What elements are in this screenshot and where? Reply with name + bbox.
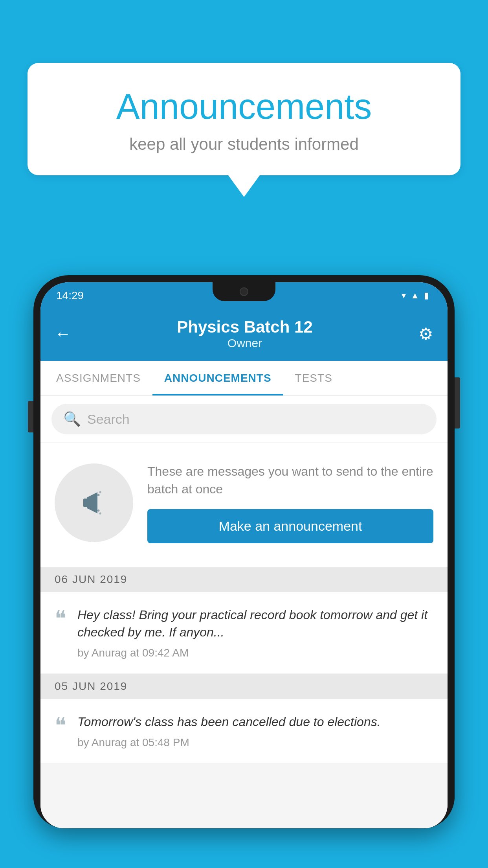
announcement-message-2: Tomorrow's class has been cancelled due … <box>77 713 433 731</box>
phone-outer-shell: 14:29 ▾ ▲ ▮ ← Physics Batch 12 Owner ⚙ <box>33 275 455 828</box>
svg-rect-1 <box>83 498 88 507</box>
svg-marker-0 <box>87 492 97 513</box>
date-divider-2: 05 JUN 2019 <box>40 674 448 699</box>
phone-mockup: 14:29 ▾ ▲ ▮ ← Physics Batch 12 Owner ⚙ <box>33 275 455 868</box>
settings-icon[interactable]: ⚙ <box>418 324 433 344</box>
tabs-bar: ASSIGNMENTS ANNOUNCEMENTS TESTS <box>40 361 448 396</box>
announcement-content-2: Tomorrow's class has been cancelled due … <box>77 713 433 749</box>
status-bar: 14:29 ▾ ▲ ▮ <box>40 282 448 309</box>
search-placeholder-text: Search <box>87 412 130 427</box>
bubble-title: Announcements <box>51 86 437 127</box>
status-time: 14:29 <box>56 289 84 302</box>
content-area: 🔍 Search <box>40 396 448 828</box>
battery-icon: ▮ <box>424 291 429 301</box>
header-title: Physics Batch 12 <box>177 318 313 337</box>
back-button[interactable]: ← <box>55 324 71 343</box>
announcement-message-1: Hey class! Bring your practical record b… <box>77 606 433 642</box>
wifi-icon: ▾ <box>402 291 406 301</box>
quote-icon-1: ❝ <box>55 608 66 660</box>
empty-state-right: These are messages you want to send to t… <box>147 463 433 543</box>
announcement-item-2[interactable]: ❝ Tomorrow's class has been cancelled du… <box>40 699 448 763</box>
status-icons: ▾ ▲ ▮ <box>402 291 429 301</box>
svg-point-2 <box>97 494 99 496</box>
bubble-subtitle: keep all your students informed <box>51 135 437 154</box>
svg-point-3 <box>99 491 101 493</box>
svg-point-5 <box>99 513 101 515</box>
speech-bubble-card: Announcements keep all your students inf… <box>28 63 460 175</box>
announcement-content-1: Hey class! Bring your practical record b… <box>77 606 433 660</box>
announcement-meta-2: by Anurag at 05:48 PM <box>77 736 433 749</box>
app-header: ← Physics Batch 12 Owner ⚙ <box>40 309 448 361</box>
empty-state-description: These are messages you want to send to t… <box>147 463 433 498</box>
tab-assignments[interactable]: ASSIGNMENTS <box>44 361 152 395</box>
megaphone-icon <box>76 485 112 520</box>
signal-icon: ▲ <box>411 291 419 301</box>
quote-icon-2: ❝ <box>55 715 66 749</box>
tab-announcements[interactable]: ANNOUNCEMENTS <box>152 361 283 395</box>
search-input-container[interactable]: 🔍 Search <box>51 404 437 434</box>
date-divider-1: 06 JUN 2019 <box>40 567 448 592</box>
header-subtitle: Owner <box>177 337 313 350</box>
search-icon: 🔍 <box>63 411 81 427</box>
phone-notch <box>213 282 275 301</box>
svg-point-4 <box>97 509 99 511</box>
announcement-meta-1: by Anurag at 09:42 AM <box>77 647 433 659</box>
phone-screen: 14:29 ▾ ▲ ▮ ← Physics Batch 12 Owner ⚙ <box>40 282 448 828</box>
empty-state-icon-circle <box>55 463 133 542</box>
speech-bubble-section: Announcements keep all your students inf… <box>28 63 460 197</box>
bubble-arrow <box>228 175 260 197</box>
search-bar: 🔍 Search <box>40 396 448 442</box>
camera <box>240 287 248 296</box>
announcement-item-1[interactable]: ❝ Hey class! Bring your practical record… <box>40 592 448 674</box>
make-announcement-button[interactable]: Make an announcement <box>147 509 433 543</box>
header-center: Physics Batch 12 Owner <box>177 318 313 350</box>
empty-state-section: These are messages you want to send to t… <box>40 443 448 567</box>
tab-tests[interactable]: TESTS <box>283 361 344 395</box>
